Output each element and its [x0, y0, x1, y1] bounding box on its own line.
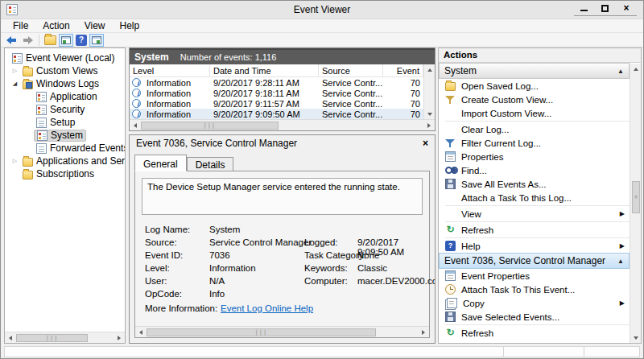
action-event-properties[interactable]: Event Properties [439, 269, 630, 283]
tree-item-custom-views[interactable]: ▷ Custom Views [5, 64, 125, 77]
scroll-down-button[interactable] [630, 332, 642, 343]
event-row[interactable]: iInformation 9/20/2017 9:18:11 AM Servic… [130, 88, 423, 98]
scroll-up-button[interactable] [424, 64, 436, 75]
tree-item-security[interactable]: Security [5, 103, 125, 116]
status-cell [584, 347, 639, 357]
setup-log-icon [36, 118, 47, 128]
scroll-right-button[interactable] [418, 327, 429, 337]
menu-file[interactable]: File [6, 19, 35, 32]
refresh-icon: ↻ [445, 225, 456, 235]
action-help[interactable]: ?Help▶ [439, 239, 630, 253]
action-filter-current-log[interactable]: Filter Current Log... [439, 136, 630, 150]
show-action-pane-button[interactable] [89, 34, 104, 47]
scroll-down-button[interactable] [424, 109, 436, 119]
action-create-custom-view[interactable]: Create Custom View... [439, 93, 630, 106]
tree-item-system[interactable]: System [5, 129, 125, 142]
log-name: System [134, 52, 169, 63]
scroll-left-button[interactable] [130, 120, 141, 130]
action-import-custom-view[interactable]: Import Custom View... [439, 106, 630, 120]
create-filter-icon [445, 96, 456, 106]
menu-action[interactable]: Action [35, 19, 76, 32]
tree-horizontal-scrollbar[interactable]: ||| [5, 332, 125, 343]
help-icon[interactable]: ? [76, 35, 87, 46]
expander-expanded-icon[interactable]: ◢ [10, 80, 20, 87]
column-date-time[interactable]: Date and Time [210, 64, 319, 76]
action-open-saved-log[interactable]: Open Saved Log... [439, 79, 630, 93]
application-log-icon [36, 92, 47, 102]
tab-general[interactable]: General [134, 155, 187, 171]
scrollbar-thumb[interactable]: ||| [16, 334, 88, 342]
event-log-online-help-link[interactable]: Event Log Online Help [221, 303, 313, 313]
collapse-section-icon[interactable]: ▲ [617, 258, 624, 265]
level-value: Information [209, 263, 256, 273]
event-id-label: Event ID: [145, 250, 183, 260]
action-view[interactable]: View▶ [439, 207, 630, 221]
forward-arrow-icon[interactable] [21, 35, 34, 46]
back-arrow-icon[interactable] [6, 35, 19, 46]
event-row-selected[interactable]: iInformation 9/20/2017 9:09:50 AM Servic… [130, 109, 423, 119]
information-icon: i [132, 109, 141, 118]
scrollbar-thumb[interactable]: ||| [147, 328, 376, 336]
detail-close-button[interactable]: × [423, 138, 428, 149]
expander-collapsed-icon[interactable]: ▷ [10, 68, 20, 74]
detail-horizontal-scrollbar[interactable]: ||| [135, 326, 429, 337]
column-event[interactable]: Event [383, 64, 423, 76]
computer-label: Computer: [304, 276, 348, 286]
actions-vertical-scrollbar[interactable]: ≡ [630, 64, 641, 343]
collapse-section-icon[interactable]: ▲ [617, 68, 624, 75]
task-category-value: None [357, 250, 380, 260]
events-pane-header: System Number of events: 1,116 [130, 48, 435, 64]
window-controls: × [574, 2, 637, 16]
tree-item-applications-and-services[interactable]: ▷ Applications and Services Lo [5, 155, 125, 167]
action-refresh-event[interactable]: ↻Refresh [439, 326, 630, 340]
actions-section-system[interactable]: System ▲ [439, 63, 630, 79]
action-refresh[interactable]: ↻Refresh [439, 223, 630, 237]
scroll-left-button[interactable] [5, 332, 16, 343]
column-level[interactable]: Level [130, 64, 210, 76]
help-icon: ? [445, 241, 456, 251]
open-saved-log-icon[interactable] [44, 35, 56, 45]
expander-collapsed-icon[interactable]: ▷ [10, 158, 20, 164]
scroll-right-button[interactable] [114, 332, 125, 343]
minimize-button[interactable] [574, 2, 595, 15]
level-label: Level: [145, 263, 170, 273]
action-attach-task-to-log[interactable]: Attach a Task To this Log... [439, 191, 630, 204]
source-label: Source: [145, 237, 177, 247]
menu-view[interactable]: View [77, 19, 113, 32]
maximize-button[interactable] [595, 2, 616, 15]
events-vertical-scrollbar[interactable] [423, 64, 435, 119]
scrollbar-thumb[interactable]: ≡ [632, 181, 640, 213]
event-row[interactable]: iInformation 9/20/2017 9:11:57 AM Servic… [130, 98, 423, 109]
action-save-selected-events[interactable]: Save Selected Events... [439, 310, 630, 324]
scroll-up-button[interactable] [630, 64, 642, 74]
action-clear-log[interactable]: Clear Log... [439, 122, 630, 136]
action-properties[interactable]: Properties [439, 150, 630, 163]
column-source[interactable]: Source [319, 64, 383, 76]
tree-item-event-viewer-local[interactable]: Event Viewer (Local) [5, 52, 125, 64]
events-horizontal-scrollbar[interactable]: ||| [130, 119, 435, 130]
events-pane: System Number of events: 1,116 Level Dat… [129, 47, 436, 131]
action-copy[interactable]: Copy▶ [439, 296, 630, 310]
maximize-icon [601, 5, 609, 12]
action-attach-task-to-event[interactable]: Attach Task To This Event... [439, 283, 630, 296]
show-console-tree-button[interactable] [59, 34, 73, 47]
scroll-right-button[interactable] [423, 120, 435, 130]
action-save-all-events-as[interactable]: Save All Events As... [439, 177, 630, 191]
tree-item-subscriptions[interactable]: Subscriptions [5, 167, 125, 180]
menu-help[interactable]: Help [113, 19, 147, 32]
console-tree-pane: Event Viewer (Local) ▷ Custom Views ◢ Wi… [4, 47, 126, 344]
events-count: Number of events: 1,116 [180, 52, 277, 62]
tree-item-setup[interactable]: Setup [5, 116, 125, 129]
tree-item-windows-logs[interactable]: ◢ Windows Logs [5, 77, 125, 90]
tab-details[interactable]: Details [187, 157, 234, 171]
action-find[interactable]: Find... [439, 163, 630, 177]
general-tab-content: The Device Setup Manager service entered… [134, 171, 430, 338]
close-button[interactable]: × [616, 2, 637, 15]
scroll-left-button[interactable] [135, 327, 147, 337]
event-row[interactable]: iInformation 9/20/2017 9:28:11 AM Servic… [130, 77, 423, 88]
actions-section-event-7036[interactable]: Event 7036, Service Control Manager ▲ [439, 253, 630, 269]
scrollbar-thumb[interactable]: ||| [141, 122, 279, 130]
tree-item-application[interactable]: Application [5, 90, 125, 103]
tree-item-forwarded-events[interactable]: Forwarded Events [5, 142, 125, 155]
keywords-value: Classic [357, 263, 387, 273]
